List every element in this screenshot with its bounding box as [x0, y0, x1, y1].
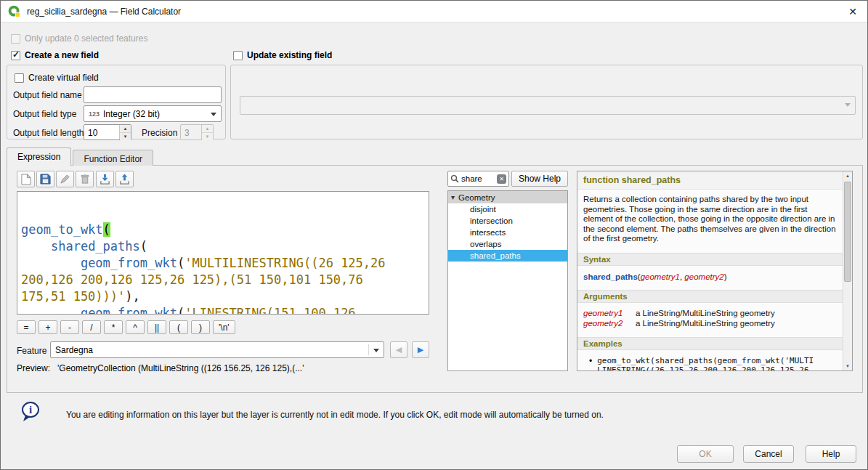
trash-icon [80, 174, 90, 185]
operator-button[interactable]: ) [191, 320, 210, 334]
search-input[interactable] [461, 174, 490, 183]
output-field-name-label: Output field name [13, 90, 82, 100]
checkbox-box: ✓ [11, 51, 20, 60]
feature-combo[interactable]: Sardegna [50, 341, 384, 358]
new-expression-button[interactable] [17, 171, 35, 187]
info-bubble-icon: i [20, 401, 41, 425]
save-expression-button[interactable] [36, 171, 54, 187]
tab-bar: Expression Function Editor [7, 147, 155, 166]
spinner-buttons: ▲▼ [201, 125, 213, 139]
feature-label: Feature [17, 346, 46, 356]
help-scrollbar: ▲ ▼ [843, 171, 852, 370]
next-feature-button[interactable]: ▶ [412, 341, 429, 358]
output-field-name-input[interactable] [84, 86, 222, 103]
update-existing-field-checkbox[interactable]: Update existing field [233, 50, 332, 60]
operator-button[interactable]: + [38, 320, 57, 334]
function-item-shared_paths[interactable]: shared_paths [448, 250, 567, 262]
function-item-disjoint[interactable]: disjoint [448, 203, 567, 215]
create-new-field-label: Create a new field [25, 50, 99, 60]
operator-button[interactable]: * [104, 320, 123, 334]
create-virtual-field-checkbox[interactable]: Create virtual field [15, 73, 99, 83]
operator-button[interactable]: '\n' [213, 320, 235, 334]
output-field-length-label: Output field length [13, 128, 84, 138]
next-arrow-icon: ▶ [418, 345, 423, 354]
help-title: function shared_paths [577, 171, 843, 190]
operator-button[interactable]: = [17, 320, 36, 334]
edit-expression-button [56, 171, 74, 187]
save-floppy-icon [40, 174, 51, 185]
ok-button[interactable]: OK [677, 445, 734, 463]
function-item-intersects[interactable]: intersects [448, 227, 567, 238]
show-help-button[interactable]: Show Help [511, 171, 568, 187]
expression-editor[interactable]: geom_to_wkt( shared_paths( geom_from_wkt… [17, 191, 429, 315]
help-syntax-line: shared_paths(geometry1, geometry2) [577, 266, 843, 281]
cancel-button[interactable]: Cancel [743, 445, 794, 463]
clear-search-icon[interactable]: ✕ [497, 174, 506, 184]
operator-button[interactable]: ^ [126, 320, 145, 334]
spin-down-icon: ▼ [202, 133, 213, 140]
output-field-type-combo[interactable]: 123 Integer (32 bit) [84, 105, 222, 122]
tab-function-editor[interactable]: Function Editor [73, 150, 153, 166]
scroll-down-icon[interactable]: ▼ [843, 362, 852, 370]
import-expressions-button[interactable] [96, 171, 114, 187]
delete-expression-button [76, 171, 94, 187]
output-field-length-spinner[interactable]: 10 ▲▼ [84, 124, 131, 140]
titlebar[interactable]: reg_sicilia_sardegna — Field Calculator … [1, 1, 867, 23]
help-syntax-header: Syntax [577, 253, 843, 266]
existing-field-combo [240, 96, 856, 115]
only-update-label: Only update 0 selected features [25, 33, 147, 44]
expression-code: geom_to_wkt( shared_paths( geom_from_wkt… [21, 222, 425, 315]
operator-button[interactable]: / [82, 320, 101, 334]
spin-down-icon[interactable]: ▼ [120, 133, 131, 140]
export-expressions-button[interactable] [115, 171, 134, 187]
preview-label: Preview: [17, 363, 50, 373]
update-existing-field-label: Update existing field [247, 50, 332, 60]
previous-arrow-icon: ◀ [396, 345, 402, 354]
spin-up-icon[interactable]: ▲ [120, 125, 131, 133]
argument-row: geometry2a LineString/MultiLineString ge… [577, 318, 843, 328]
function-item-overlaps[interactable]: overlaps [448, 238, 567, 250]
operator-button[interactable]: ( [169, 320, 188, 334]
precision-value: 3 [184, 128, 190, 138]
scrollbar-thumb[interactable] [844, 182, 851, 282]
create-virtual-field-label: Create virtual field [28, 73, 99, 83]
check-icon: ✓ [12, 50, 20, 60]
help-examples-header: Examples [577, 337, 843, 350]
operator-button[interactable]: - [60, 320, 79, 334]
spinner-buttons[interactable]: ▲▼ [119, 125, 131, 139]
output-field-type-label: Output field type [13, 109, 76, 119]
pencil-icon [60, 174, 70, 185]
help-button[interactable]: Help [806, 445, 856, 463]
create-new-field-checkbox[interactable]: ✓ Create a new field [11, 50, 99, 60]
precision-label: Precision [142, 128, 177, 138]
field-calculator-dialog: reg_sicilia_sardegna — Field Calculator … [0, 0, 868, 470]
preview-row: Preview: 'GeometryCollection (MultiLineS… [17, 363, 304, 373]
checkbox-box [11, 34, 20, 44]
checkbox-box [15, 73, 24, 83]
chevron-down-icon [845, 103, 851, 107]
help-description: Returns a collection containing paths sh… [577, 190, 843, 244]
operator-button[interactable]: || [147, 320, 166, 334]
function-tree: ▾ Geometry disjointintersectionintersect… [447, 190, 568, 371]
export-arrow-icon [119, 174, 130, 185]
tab-expression[interactable]: Expression [7, 147, 71, 166]
scroll-up-icon[interactable]: ▲ [843, 171, 852, 180]
integer-type-icon: 123 [89, 110, 100, 118]
help-example: • geom_to_wkt(shared_paths(geom_from_wkt… [577, 350, 843, 371]
function-group-geometry[interactable]: ▾ Geometry [448, 191, 567, 203]
previous-feature-button: ◀ [390, 341, 407, 358]
help-arguments-header: Arguments [577, 290, 843, 303]
close-icon[interactable]: ✕ [845, 6, 860, 17]
argument-row: geometry1a LineString/MultiLineString ge… [577, 308, 843, 318]
new-field-group: Create virtual field Output field name O… [7, 65, 226, 139]
help-content: function shared_paths Returns a collecti… [577, 171, 843, 370]
function-search-box[interactable]: ✕ [447, 171, 509, 187]
help-example-code: geom_to_wkt(shared_paths(geom_from_wkt('… [597, 356, 814, 371]
feature-value: Sardegna [55, 345, 93, 355]
window-title: reg_sicilia_sardegna — Field Calculator [27, 7, 181, 17]
combo-separator [368, 344, 369, 355]
function-tree-items: disjointintersectionintersectsoverlapssh… [448, 203, 567, 262]
function-item-intersection[interactable]: intersection [448, 215, 567, 227]
update-existing-field-group [230, 65, 863, 139]
expander-icon[interactable]: ▾ [451, 194, 455, 201]
